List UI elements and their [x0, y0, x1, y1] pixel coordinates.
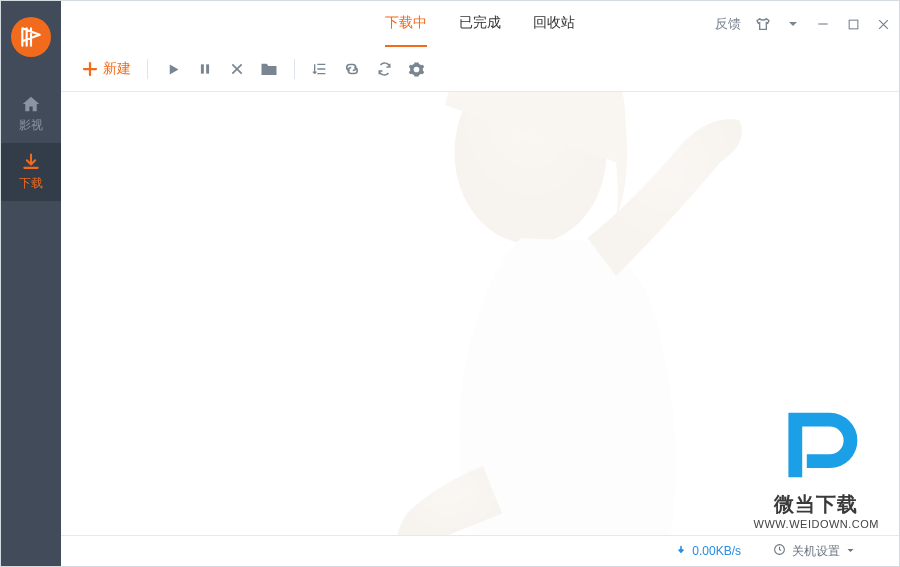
delete-button[interactable] — [222, 54, 252, 84]
close-button[interactable] — [875, 16, 891, 32]
new-button-label: 新建 — [103, 60, 131, 78]
link-button[interactable] — [337, 54, 367, 84]
tab-label: 已完成 — [459, 14, 501, 32]
download-list-area — [61, 91, 899, 536]
sidebar: 影视 下载 — [1, 1, 61, 566]
settings-button[interactable] — [401, 54, 431, 84]
tab-bar: 下载中 已完成 回收站 — [385, 1, 575, 47]
sidebar-item-label: 下载 — [19, 175, 43, 192]
minimize-icon — [816, 17, 830, 31]
tab-downloading[interactable]: 下载中 — [385, 1, 427, 47]
shutdown-settings-button[interactable]: 关机设置 — [773, 543, 855, 560]
topbar: 下载中 已完成 回收站 反馈 — [61, 1, 899, 47]
folder-icon — [260, 61, 278, 77]
menu-dropdown-button[interactable] — [785, 16, 801, 32]
sidebar-item-media[interactable]: 影视 — [1, 85, 61, 143]
sidebar-item-download[interactable]: 下载 — [1, 143, 61, 201]
window-controls: 反馈 — [715, 15, 891, 33]
tab-label: 回收站 — [533, 14, 575, 32]
link-icon — [343, 61, 361, 77]
tab-completed[interactable]: 已完成 — [459, 1, 501, 47]
svg-rect-0 — [849, 20, 858, 29]
svg-rect-2 — [206, 64, 209, 73]
refresh-icon — [376, 61, 393, 77]
sort-icon — [312, 61, 328, 77]
main-area: 下载中 已完成 回收站 反馈 — [61, 1, 899, 566]
speed-value: 0.00KB/s — [692, 544, 741, 558]
background-illustration — [179, 91, 899, 536]
toolbar: 新建 — [61, 47, 899, 91]
sidebar-item-label: 影视 — [19, 117, 43, 134]
clock-icon — [773, 543, 786, 559]
maximize-button[interactable] — [845, 16, 861, 32]
tab-recycle[interactable]: 回收站 — [533, 1, 575, 47]
separator — [294, 59, 295, 79]
feedback-link[interactable]: 反馈 — [715, 15, 741, 33]
app-logo — [11, 17, 51, 57]
logo-icon — [18, 24, 44, 50]
close-icon — [876, 17, 891, 32]
download-speed-icon — [676, 544, 686, 559]
sort-button[interactable] — [305, 54, 335, 84]
gear-icon — [408, 61, 425, 78]
shirt-icon — [755, 16, 771, 32]
separator — [147, 59, 148, 79]
play-icon — [166, 62, 181, 77]
download-icon — [20, 152, 42, 172]
refresh-button[interactable] — [369, 54, 399, 84]
tab-label: 下载中 — [385, 14, 427, 32]
x-icon — [229, 61, 245, 77]
skin-button[interactable] — [755, 16, 771, 32]
minimize-button[interactable] — [815, 16, 831, 32]
pause-button[interactable] — [190, 54, 220, 84]
chevron-down-icon — [787, 18, 799, 30]
home-icon — [20, 94, 42, 114]
start-button[interactable] — [158, 54, 188, 84]
new-task-button[interactable]: 新建 — [75, 54, 137, 84]
pause-icon — [198, 62, 212, 76]
maximize-icon — [847, 18, 860, 31]
svg-rect-1 — [201, 64, 204, 73]
status-bar: 0.00KB/s 关机设置 — [61, 536, 899, 566]
shutdown-label: 关机设置 — [792, 543, 840, 560]
chevron-down-icon — [846, 544, 855, 558]
speed-indicator: 0.00KB/s — [676, 544, 741, 559]
app-window: 影视 下载 下载中 已完成 回收站 — [0, 0, 900, 567]
open-folder-button[interactable] — [254, 54, 284, 84]
plus-icon — [81, 60, 99, 78]
